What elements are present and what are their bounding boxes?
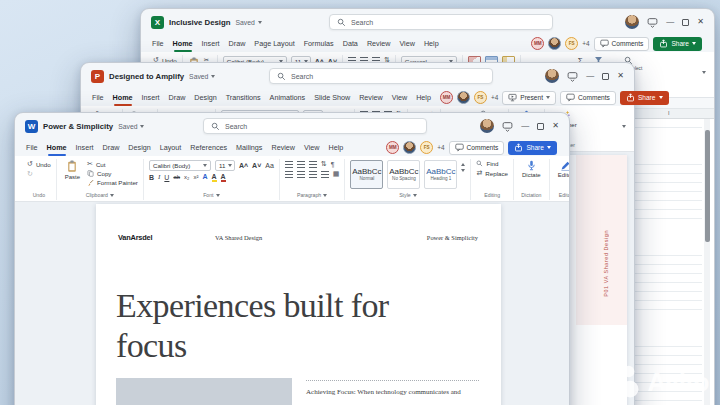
presence-avatar-mm[interactable]: MM [531, 37, 544, 50]
menu-design[interactable]: Design [128, 143, 150, 152]
menu-help[interactable]: Help [424, 39, 439, 48]
menu-help[interactable]: Help [416, 93, 431, 102]
maximize-button[interactable] [682, 19, 689, 26]
italic-button[interactable]: I [158, 173, 160, 181]
dictate-button[interactable]: Dictate [519, 160, 544, 178]
align-right-icon[interactable] [309, 171, 317, 178]
menu-page-layout[interactable]: Page Layout [254, 39, 294, 48]
menu-draw[interactable]: Draw [229, 39, 246, 48]
menu-formulas[interactable]: Formulas [304, 39, 334, 48]
editor-button[interactable]: Editor [555, 160, 569, 178]
shrink-font-button[interactable]: A˅ [252, 162, 261, 169]
presence-avatar-mm[interactable]: MM [440, 91, 453, 104]
menu-draw[interactable]: Draw [103, 143, 120, 152]
menu-layout[interactable]: Layout [160, 143, 182, 152]
menu-view[interactable]: View [392, 93, 407, 102]
menu-data[interactable]: Data [343, 39, 358, 48]
presence-avatar-photo[interactable] [457, 91, 470, 104]
presence-avatar-mm[interactable]: MM [386, 141, 399, 154]
style-gallery-scroll[interactable] [461, 160, 465, 172]
menu-view[interactable]: View [399, 39, 414, 48]
presence-avatar-fs[interactable]: FS [420, 141, 433, 154]
close-button[interactable]: ✕ [552, 122, 559, 130]
grow-font-button[interactable]: A˄ [239, 162, 248, 169]
presence-overflow[interactable]: +4 [582, 40, 589, 47]
menu-slide-show[interactable]: Slide Show [314, 93, 350, 102]
find-button[interactable]: Find [476, 160, 508, 167]
font-size-dropdown[interactable]: 11 [215, 160, 235, 171]
style-card-heading-1[interactable]: AaBbCc Heading 1 [424, 160, 457, 189]
style-card-normal[interactable]: AaBbCc Normal [350, 160, 383, 189]
format-painter-button[interactable]: Format Painter [87, 179, 138, 186]
ribbon-display-options-icon[interactable] [567, 71, 578, 82]
ribbon-collapse-chevron[interactable] [699, 74, 709, 92]
cut-button[interactable]: ✂Cut [87, 160, 138, 168]
minimize-button[interactable]: — [666, 18, 674, 26]
ribbon-collapse-chevron[interactable] [619, 128, 629, 146]
ribbon-display-options-icon[interactable] [647, 17, 658, 28]
menu-review[interactable]: Review [367, 39, 391, 48]
presence-avatar-fs[interactable]: FS [474, 91, 487, 104]
share-button[interactable]: Share [620, 91, 669, 105]
menu-file[interactable]: File [26, 143, 38, 152]
highlight-button[interactable]: A [212, 173, 217, 181]
justify-icon[interactable] [321, 171, 329, 178]
redo-button[interactable]: ↻ [27, 170, 51, 178]
presence-avatar-photo[interactable] [403, 141, 416, 154]
borders-button[interactable]: ▦ [333, 170, 340, 178]
word-search-box[interactable]: Search [203, 118, 427, 134]
word-save-status[interactable]: Saved [118, 123, 144, 130]
share-button[interactable]: Share [508, 141, 557, 155]
slide-side-panel[interactable]: P01 VA Shared Design [576, 155, 627, 325]
excel-save-status[interactable]: Saved [236, 19, 262, 26]
presence-avatar-photo[interactable] [548, 37, 561, 50]
user-avatar[interactable] [480, 119, 494, 133]
multilevel-list-icon[interactable] [309, 161, 317, 168]
menu-file[interactable]: File [92, 93, 104, 102]
user-avatar[interactable] [625, 15, 639, 29]
undo-button[interactable]: ↺Undo [27, 160, 51, 168]
close-button[interactable]: ✕ [617, 72, 624, 80]
powerpoint-save-status[interactable]: Saved [189, 73, 215, 80]
menu-animations[interactable]: Animations [270, 93, 306, 102]
font-name-dropdown[interactable]: Calibri (Body) [149, 160, 211, 171]
underline-button[interactable]: U [164, 174, 169, 181]
comments-button[interactable]: Comments [594, 37, 650, 51]
subscript-button[interactable]: x₂ [184, 174, 189, 180]
close-button[interactable]: ✕ [697, 18, 704, 26]
ribbon-display-options-icon[interactable] [502, 121, 513, 132]
pilcrow-button[interactable]: ¶ [331, 161, 335, 168]
menu-transitions[interactable]: Transitions [226, 93, 261, 102]
menu-references[interactable]: References [190, 143, 227, 152]
superscript-button[interactable]: x² [193, 174, 198, 180]
user-avatar[interactable] [545, 69, 559, 83]
sheet-scrollbar-thumb[interactable] [705, 130, 710, 242]
menu-review[interactable]: Review [271, 143, 295, 152]
menu-file[interactable]: File [152, 39, 164, 48]
bold-button[interactable]: B [149, 174, 154, 181]
comments-button[interactable]: Comments [560, 91, 616, 105]
paste-button[interactable]: Paste [62, 160, 83, 180]
excel-search-box[interactable]: Search [329, 14, 553, 30]
menu-insert[interactable]: Insert [76, 143, 94, 152]
presence-avatar-fs[interactable]: FS [565, 37, 578, 50]
replace-button[interactable]: ⇄Replace [476, 169, 508, 177]
minimize-button[interactable]: — [521, 122, 529, 130]
change-case-button[interactable]: Aa [265, 162, 274, 169]
presence-overflow[interactable]: +4 [491, 94, 498, 101]
bullets-icon[interactable] [285, 161, 293, 168]
powerpoint-search-box[interactable]: Search [269, 68, 493, 84]
menu-insert[interactable]: Insert [142, 93, 160, 102]
menu-mailings[interactable]: Mailings [236, 143, 262, 152]
menu-draw[interactable]: Draw [169, 93, 186, 102]
sort-button[interactable]: ⇅ [321, 160, 327, 168]
menu-home[interactable]: Home [47, 143, 67, 152]
menu-review[interactable]: Review [359, 93, 383, 102]
menu-insert[interactable]: Insert [202, 39, 220, 48]
style-card-no-spacing[interactable]: AaBbCc No Spacing [387, 160, 420, 189]
maximize-button[interactable] [602, 73, 609, 80]
share-button[interactable]: Share [653, 37, 702, 51]
strikethrough-button[interactable]: ab [173, 174, 180, 180]
presence-overflow[interactable]: +4 [437, 144, 444, 151]
menu-help[interactable]: Help [328, 143, 343, 152]
